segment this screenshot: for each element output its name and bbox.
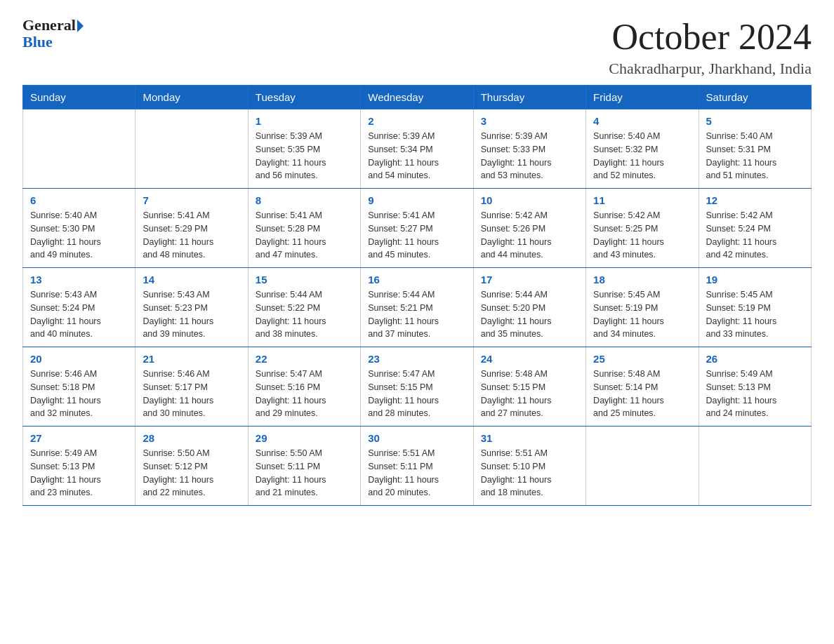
day-number: 15 [256,274,353,286]
calendar-cell: 7Sunrise: 5:41 AM Sunset: 5:29 PM Daylig… [135,189,248,268]
day-number: 27 [30,432,128,444]
day-info: Sunrise: 5:49 AM Sunset: 5:13 PM Dayligh… [30,447,128,499]
calendar-day-header: Thursday [473,86,585,109]
day-info: Sunrise: 5:50 AM Sunset: 5:12 PM Dayligh… [143,447,240,499]
day-number: 1 [256,115,353,127]
day-info: Sunrise: 5:39 AM Sunset: 5:34 PM Dayligh… [368,130,465,182]
calendar-cell: 29Sunrise: 5:50 AM Sunset: 5:11 PM Dayli… [248,427,360,506]
calendar-cell: 13Sunrise: 5:43 AM Sunset: 5:24 PM Dayli… [23,268,135,347]
calendar-week-row: 13Sunrise: 5:43 AM Sunset: 5:24 PM Dayli… [23,268,812,347]
day-info: Sunrise: 5:44 AM Sunset: 5:21 PM Dayligh… [368,288,465,341]
month-title: October 2024 [609,17,812,57]
calendar-cell: 31Sunrise: 5:51 AM Sunset: 5:10 PM Dayli… [473,427,585,506]
calendar-cell: 3Sunrise: 5:39 AM Sunset: 5:33 PM Daylig… [473,109,585,189]
calendar-cell: 23Sunrise: 5:47 AM Sunset: 5:15 PM Dayli… [361,347,473,427]
calendar-cell: 2Sunrise: 5:39 AM Sunset: 5:34 PM Daylig… [361,109,473,189]
title-block: October 2024 Chakradharpur, Jharkhand, I… [609,17,812,78]
logo-general-text: General [22,17,76,34]
day-info: Sunrise: 5:41 AM Sunset: 5:29 PM Dayligh… [143,209,240,262]
calendar-day-header: Monday [135,86,248,109]
calendar-week-row: 27Sunrise: 5:49 AM Sunset: 5:13 PM Dayli… [23,427,812,506]
day-number: 20 [30,353,128,365]
day-number: 21 [143,353,240,365]
day-info: Sunrise: 5:45 AM Sunset: 5:19 PM Dayligh… [593,288,691,341]
day-info: Sunrise: 5:48 AM Sunset: 5:15 PM Dayligh… [481,368,578,420]
day-number: 5 [706,115,804,127]
day-info: Sunrise: 5:44 AM Sunset: 5:22 PM Dayligh… [256,288,353,341]
calendar-cell [699,427,811,506]
calendar-week-row: 6Sunrise: 5:40 AM Sunset: 5:30 PM Daylig… [23,189,812,268]
day-number: 7 [143,194,240,206]
day-info: Sunrise: 5:49 AM Sunset: 5:13 PM Dayligh… [706,368,804,420]
calendar-day-header: Wednesday [361,86,473,109]
calendar-cell: 8Sunrise: 5:41 AM Sunset: 5:28 PM Daylig… [248,189,360,268]
day-info: Sunrise: 5:42 AM Sunset: 5:26 PM Dayligh… [481,209,578,262]
day-number: 12 [706,194,804,206]
calendar-cell: 20Sunrise: 5:46 AM Sunset: 5:18 PM Dayli… [23,347,135,427]
calendar-cell: 27Sunrise: 5:49 AM Sunset: 5:13 PM Dayli… [23,427,135,506]
calendar-cell: 14Sunrise: 5:43 AM Sunset: 5:23 PM Dayli… [135,268,248,347]
calendar-cell: 26Sunrise: 5:49 AM Sunset: 5:13 PM Dayli… [699,347,811,427]
calendar-cell: 1Sunrise: 5:39 AM Sunset: 5:35 PM Daylig… [248,109,360,189]
day-info: Sunrise: 5:45 AM Sunset: 5:19 PM Dayligh… [706,288,804,341]
day-number: 19 [706,274,804,286]
calendar-cell: 10Sunrise: 5:42 AM Sunset: 5:26 PM Dayli… [473,189,585,268]
logo-arrow-icon [77,20,84,32]
calendar-cell: 6Sunrise: 5:40 AM Sunset: 5:30 PM Daylig… [23,189,135,268]
calendar-day-header: Saturday [699,86,811,109]
calendar-cell: 11Sunrise: 5:42 AM Sunset: 5:25 PM Dayli… [586,189,699,268]
page-header: General Blue October 2024 Chakradharpur,… [22,17,812,78]
day-number: 18 [593,274,691,286]
day-number: 23 [368,353,465,365]
day-info: Sunrise: 5:48 AM Sunset: 5:14 PM Dayligh… [593,368,691,420]
calendar-week-row: 1Sunrise: 5:39 AM Sunset: 5:35 PM Daylig… [23,109,812,189]
day-info: Sunrise: 5:47 AM Sunset: 5:16 PM Dayligh… [256,368,353,420]
day-info: Sunrise: 5:40 AM Sunset: 5:31 PM Dayligh… [706,130,804,182]
calendar-cell: 9Sunrise: 5:41 AM Sunset: 5:27 PM Daylig… [361,189,473,268]
calendar-cell: 5Sunrise: 5:40 AM Sunset: 5:31 PM Daylig… [699,109,811,189]
day-number: 11 [593,194,691,206]
day-number: 3 [481,115,578,127]
day-info: Sunrise: 5:42 AM Sunset: 5:24 PM Dayligh… [706,209,804,262]
day-number: 10 [481,194,578,206]
calendar-cell [23,109,135,189]
day-info: Sunrise: 5:46 AM Sunset: 5:17 PM Dayligh… [143,368,240,420]
calendar-cell: 4Sunrise: 5:40 AM Sunset: 5:32 PM Daylig… [586,109,699,189]
day-number: 2 [368,115,465,127]
day-info: Sunrise: 5:44 AM Sunset: 5:20 PM Dayligh… [481,288,578,341]
day-info: Sunrise: 5:40 AM Sunset: 5:32 PM Dayligh… [593,130,691,182]
day-number: 16 [368,274,465,286]
day-info: Sunrise: 5:43 AM Sunset: 5:24 PM Dayligh… [30,288,128,341]
day-number: 29 [256,432,353,444]
calendar-table: SundayMondayTuesdayWednesdayThursdayFrid… [22,85,812,506]
calendar-cell: 21Sunrise: 5:46 AM Sunset: 5:17 PM Dayli… [135,347,248,427]
calendar-cell: 24Sunrise: 5:48 AM Sunset: 5:15 PM Dayli… [473,347,585,427]
day-info: Sunrise: 5:39 AM Sunset: 5:35 PM Dayligh… [256,130,353,182]
day-number: 8 [256,194,353,206]
calendar-cell: 19Sunrise: 5:45 AM Sunset: 5:19 PM Dayli… [699,268,811,347]
logo-blue-text: Blue [22,34,84,51]
day-number: 24 [481,353,578,365]
calendar-cell [586,427,699,506]
day-number: 28 [143,432,240,444]
day-number: 14 [143,274,240,286]
location-title: Chakradharpur, Jharkhand, India [609,60,812,78]
day-info: Sunrise: 5:39 AM Sunset: 5:33 PM Dayligh… [481,130,578,182]
day-info: Sunrise: 5:51 AM Sunset: 5:11 PM Dayligh… [368,447,465,499]
day-number: 31 [481,432,578,444]
day-number: 9 [368,194,465,206]
day-info: Sunrise: 5:46 AM Sunset: 5:18 PM Dayligh… [30,368,128,420]
day-number: 17 [481,274,578,286]
calendar-day-header: Friday [586,86,699,109]
day-number: 22 [256,353,353,365]
calendar-cell: 17Sunrise: 5:44 AM Sunset: 5:20 PM Dayli… [473,268,585,347]
day-info: Sunrise: 5:51 AM Sunset: 5:10 PM Dayligh… [481,447,578,499]
calendar-header-row: SundayMondayTuesdayWednesdayThursdayFrid… [23,86,812,109]
day-info: Sunrise: 5:42 AM Sunset: 5:25 PM Dayligh… [593,209,691,262]
calendar-week-row: 20Sunrise: 5:46 AM Sunset: 5:18 PM Dayli… [23,347,812,427]
calendar-cell: 18Sunrise: 5:45 AM Sunset: 5:19 PM Dayli… [586,268,699,347]
calendar-cell: 16Sunrise: 5:44 AM Sunset: 5:21 PM Dayli… [361,268,473,347]
day-number: 6 [30,194,128,206]
logo: General Blue [22,17,84,51]
calendar-cell: 28Sunrise: 5:50 AM Sunset: 5:12 PM Dayli… [135,427,248,506]
